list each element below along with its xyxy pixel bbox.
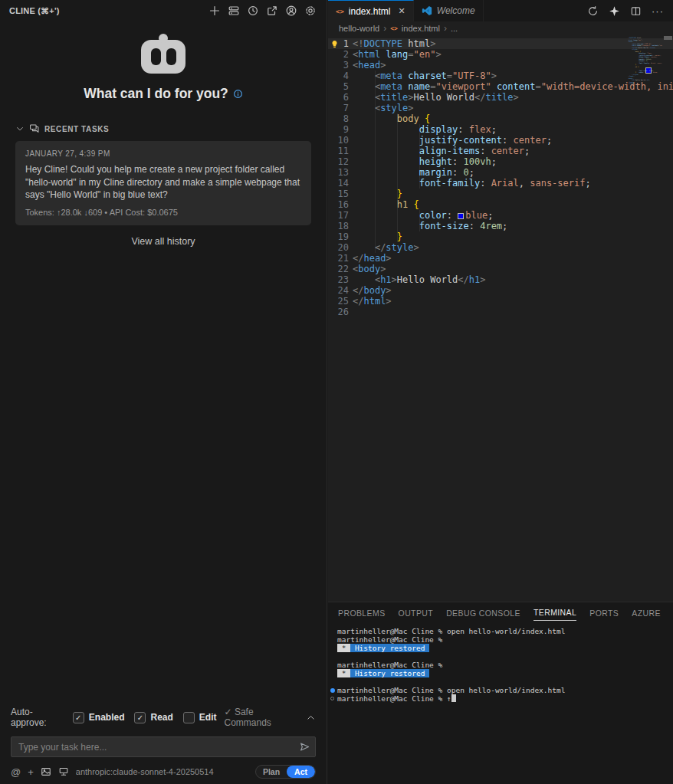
code-line[interactable]: 14 font-family: Arial, sans-serif; (328, 178, 673, 189)
code-line[interactable]: 5 <meta name="viewport" content="width=d… (328, 81, 673, 92)
line-number: 6 (328, 92, 349, 103)
terminal-line: martinheller@Mac Cline % open hello-worl… (337, 686, 673, 694)
code-line[interactable]: 13 margin: 0; (328, 167, 673, 178)
code-line[interactable]: 6 <title>Hello World</title> (328, 92, 673, 103)
task-card[interactable]: JANUARY 27, 4:39 PM Hey Cline! Could you… (15, 141, 311, 225)
code-line[interactable]: 16 h1 { (328, 199, 673, 210)
task-input[interactable] (11, 736, 316, 757)
line-number: 26 (328, 307, 349, 317)
panel-tab-problems[interactable]: PROBLEMS (338, 605, 386, 621)
act-mode-button[interactable]: Act (287, 766, 315, 778)
panel-tab-output[interactable]: OUTPUT (399, 605, 434, 621)
checkbox[interactable]: ✓ (73, 712, 84, 723)
line-number: 10 (328, 135, 349, 146)
auto-approve-edit[interactable]: Edit (183, 712, 217, 723)
code-line[interactable]: 8 body { (328, 113, 673, 124)
code-line[interactable]: 2<html lang="en"> (328, 49, 673, 60)
code-line[interactable]: 7 <style> (328, 103, 673, 113)
account-icon[interactable] (284, 4, 298, 18)
refresh-icon[interactable] (587, 5, 599, 17)
line-number: 9 (328, 124, 349, 135)
panel-tab-terminal[interactable]: TERMINAL (533, 604, 576, 621)
panel-tab-ports[interactable]: PORTS (589, 605, 619, 621)
chevron-up-icon[interactable] (306, 713, 316, 723)
minimap[interactable]: <!DOCTYPE html><html lang="en"><head> <m… (624, 37, 662, 87)
breadcrumb-symbol[interactable]: ... (451, 24, 458, 33)
auto-approve-enabled[interactable]: ✓Enabled (73, 712, 125, 723)
code-line[interactable]: 11 align-items: center; (328, 146, 673, 156)
history-icon[interactable] (246, 4, 260, 18)
code-line[interactable]: 3<head> (328, 60, 673, 71)
code-line[interactable]: 24</body> (328, 285, 673, 296)
tab-index-html[interactable]: <> index.html ✕ (328, 0, 414, 21)
plus-icon[interactable]: + (28, 766, 34, 778)
code-line[interactable]: 22<body> (328, 264, 673, 274)
breadcrumb-folder[interactable]: hello-world (339, 24, 379, 33)
code-line[interactable]: 10 justify-content: center; (328, 135, 673, 146)
settings-gear-icon[interactable] (304, 4, 317, 18)
overview-ruler-marker[interactable] (664, 36, 672, 40)
editor-actions: ··· (587, 0, 673, 21)
vscode-logo-icon (422, 5, 432, 16)
view-all-history-link[interactable]: View all history (15, 236, 311, 247)
code-line[interactable]: 19 } (328, 231, 673, 242)
code-line[interactable]: 20 </style> (328, 242, 673, 253)
new-task-icon[interactable] (208, 4, 222, 18)
cline-panel-title: CLINE (⌘+') (9, 6, 60, 16)
panel-tab-debug-console[interactable]: DEBUG CONSOLE (446, 605, 520, 621)
cline-panel: CLINE (⌘+') What can I do for you? RECE (0, 0, 327, 784)
line-number: 14 (328, 178, 349, 189)
code-line[interactable]: 21</head> (328, 253, 673, 264)
recent-tasks-header[interactable]: RECENT TASKS (15, 123, 311, 134)
more-actions-icon[interactable]: ··· (652, 5, 664, 17)
line-number: 4 (328, 71, 349, 81)
split-editor-icon[interactable] (630, 5, 642, 17)
cline-panel-header: CLINE (⌘+') (0, 0, 327, 21)
line-number: 5 (328, 81, 349, 92)
chevron-down-icon[interactable] (15, 124, 25, 133)
code-line[interactable]: 9 display: flex; (328, 124, 673, 135)
sparkle-copilot-icon[interactable] (609, 5, 620, 17)
close-tab-icon[interactable]: ✕ (399, 6, 405, 16)
terminal-line: martinheller@Mac Cline % ↑ (337, 694, 673, 703)
code-line[interactable]: 17 color: blue; (328, 210, 673, 221)
safe-commands-label[interactable]: ✓ Safe Commands (225, 707, 299, 728)
breadcrumb-file[interactable]: index.html (402, 24, 440, 33)
server-icon[interactable] (58, 766, 69, 777)
plan-mode-button[interactable]: Plan (256, 766, 287, 778)
panel-tabs: PROBLEMSOUTPUTDEBUG CONSOLETERMINALPORTS… (328, 602, 673, 622)
color-swatch[interactable] (458, 213, 464, 219)
code-line[interactable]: 18 font-size: 4rem; (328, 221, 673, 231)
mention-icon[interactable]: @ (11, 766, 21, 778)
auto-approve-row: Auto-approve: ✓Enabled✓ReadEdit ✓ Safe C… (0, 700, 327, 735)
breadcrumb[interactable]: hello-world › <> index.html › ... (328, 21, 673, 35)
open-external-icon[interactable] (265, 4, 279, 18)
panel-tab-azure[interactable]: AZURE (632, 605, 661, 621)
code-line[interactable]: 26 (328, 307, 673, 317)
image-icon[interactable] (41, 766, 51, 777)
auto-approve-read[interactable]: ✓Read (134, 712, 172, 723)
send-icon[interactable] (299, 741, 310, 753)
code-line[interactable]: 1<!DOCTYPE html> (328, 38, 673, 49)
model-id[interactable]: anthropic:claude-sonnet-4-20250514 (76, 767, 214, 776)
checkbox[interactable]: ✓ (134, 712, 146, 723)
code-line[interactable]: 4 <meta charset="UTF-8"> (328, 71, 673, 81)
cline-welcome: What can I do for you? (0, 40, 327, 102)
terminal-line: * History restored (337, 669, 673, 677)
tab-welcome[interactable]: Welcome (414, 0, 484, 21)
terminal-line: martinheller@Mac Cline % (337, 635, 673, 644)
terminal-panel: PROBLEMSOUTPUTDEBUG CONSOLETERMINALPORTS… (328, 602, 673, 784)
code-line[interactable]: 25</html> (328, 296, 673, 307)
code-line[interactable]: 23 <h1>Hello World</h1> (328, 274, 673, 285)
info-icon[interactable] (233, 89, 243, 99)
terminal-output[interactable]: martinheller@Mac Cline % open hello-worl… (328, 622, 673, 703)
mcp-servers-icon[interactable] (227, 4, 241, 18)
code-line[interactable]: 12 height: 100vh; (328, 156, 673, 167)
command-status-dot (330, 688, 335, 693)
checkbox[interactable] (183, 712, 195, 723)
code-line[interactable]: 15 } (328, 189, 673, 199)
terminal-line: martinheller@Mac Cline % open hello-worl… (337, 627, 673, 635)
checkbox-label: Enabled (89, 712, 125, 723)
code-editor[interactable]: 1<!DOCTYPE html>2<html lang="en">3<head>… (328, 35, 673, 602)
terminal-line: martinheller@Mac Cline % (337, 661, 673, 669)
